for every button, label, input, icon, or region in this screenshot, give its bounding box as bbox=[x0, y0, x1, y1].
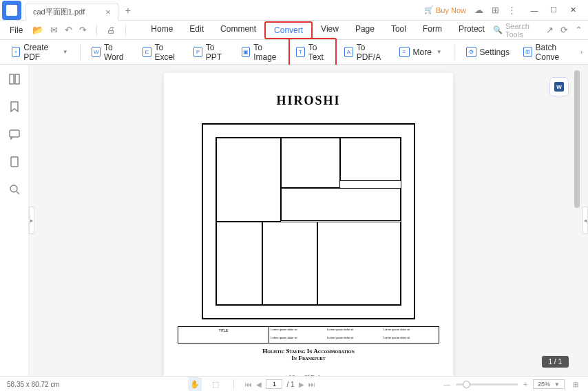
tab-edit[interactable]: Edit bbox=[181, 21, 212, 39]
dimensions-display: 58.35 x 80.72 cm bbox=[7, 381, 60, 388]
fit-page-icon[interactable]: ⊞ bbox=[570, 379, 581, 390]
thumbnails-icon[interactable] bbox=[8, 73, 21, 85]
open-icon[interactable]: 📂 bbox=[32, 25, 43, 35]
titlebar: cad平面图1.pdf × + 🛒 Buy Now ☁ ⊞ ⋮ — ☐ ✕ bbox=[0, 0, 588, 21]
batch-convert-button[interactable]: ⊞ Batch Conve bbox=[517, 39, 580, 65]
file-menu[interactable]: File bbox=[6, 25, 27, 35]
next-page-icon[interactable]: ▶ bbox=[299, 381, 304, 388]
tab-view[interactable]: View bbox=[313, 21, 347, 39]
bookmark-icon[interactable] bbox=[8, 101, 21, 113]
vertical-scrollbar[interactable] bbox=[574, 65, 580, 376]
tab-comment[interactable]: Comment bbox=[212, 21, 264, 39]
tab-form[interactable]: Form bbox=[414, 21, 450, 39]
page-total: / 1 bbox=[286, 381, 294, 388]
tab-page[interactable]: Page bbox=[347, 21, 383, 39]
document-subtitle-3: A Sense Of Darkness bbox=[178, 374, 439, 376]
statusbar: 58.35 x 80.72 cm ✋ ⬚ ⏮ ◀ / 1 ▶ ⏭ — + 25%… bbox=[0, 376, 588, 391]
print-icon[interactable]: 🖨 bbox=[107, 25, 116, 35]
excel-icon: E bbox=[143, 47, 151, 57]
svg-point-4 bbox=[10, 185, 17, 192]
zoom-display[interactable]: 25% ▼ bbox=[533, 379, 565, 389]
share-icon[interactable]: ↗ bbox=[546, 25, 554, 35]
left-sidebar bbox=[0, 65, 29, 376]
menubar: File 📂 ✉ ↶ ↷ 🖨 Home Edit Comment Convert… bbox=[0, 21, 588, 40]
ribbon: + Create PDF ▼ W To Word E To Excel P To… bbox=[0, 40, 588, 65]
zoom-slider[interactable] bbox=[456, 383, 518, 385]
to-pdfa-button[interactable]: A To PDF/A bbox=[338, 39, 391, 65]
hand-tool-icon[interactable]: ✋ bbox=[188, 377, 202, 391]
settings-button[interactable]: ⚙ Settings bbox=[460, 43, 516, 61]
document-title: HIROSHI bbox=[178, 94, 439, 108]
tab-convert[interactable]: Convert bbox=[264, 21, 313, 39]
document-tab[interactable]: cad平面图1.pdf × bbox=[25, 3, 118, 21]
sync-icon[interactable]: ⟳ bbox=[560, 25, 568, 35]
select-tool-icon[interactable]: ⬚ bbox=[209, 377, 222, 391]
cloud-icon[interactable]: ☁ bbox=[474, 5, 483, 15]
cart-icon: 🛒 bbox=[424, 6, 434, 14]
more-button[interactable]: ≡ More ▼ bbox=[393, 43, 448, 61]
buy-now-button[interactable]: 🛒 Buy Now bbox=[424, 6, 466, 14]
main-area: ▸ HIROSHI TITLE Lorem ipsum dolor sit bbox=[0, 65, 588, 376]
tab-protect[interactable]: Protect bbox=[450, 21, 493, 39]
add-tab-button[interactable]: + bbox=[125, 5, 131, 16]
first-page-icon[interactable]: ⏮ bbox=[245, 381, 252, 388]
left-sidebar-toggle[interactable]: ▸ bbox=[29, 207, 34, 234]
pdfa-icon: A bbox=[344, 47, 353, 57]
to-word-button[interactable]: W To Word bbox=[85, 39, 135, 65]
chevron-down-icon: ▼ bbox=[554, 381, 560, 388]
to-excel-button[interactable]: E To Excel bbox=[136, 39, 186, 65]
find-icon[interactable] bbox=[8, 183, 21, 196]
zoom-in-icon[interactable]: + bbox=[523, 381, 527, 388]
last-page-icon[interactable]: ⏭ bbox=[308, 381, 315, 388]
search-icon: 🔍 bbox=[493, 25, 503, 34]
word-icon: W bbox=[92, 47, 101, 57]
minimize-button[interactable]: — bbox=[525, 1, 544, 20]
create-pdf-button[interactable]: + Create PDF ▼ bbox=[6, 39, 74, 65]
right-sidebar-toggle[interactable]: ◂ bbox=[582, 207, 588, 234]
search-tools[interactable]: 🔍 Search Tools bbox=[493, 22, 539, 39]
to-ppt-button[interactable]: P To PPT bbox=[187, 39, 233, 65]
to-text-button[interactable]: T To Text bbox=[288, 38, 337, 67]
to-image-button[interactable]: ▣ To Image bbox=[235, 39, 288, 65]
chevron-down-icon: ▼ bbox=[63, 49, 68, 55]
mail-icon[interactable]: ✉ bbox=[50, 25, 58, 35]
more-icon[interactable]: ⋮ bbox=[507, 5, 516, 15]
svg-rect-0 bbox=[10, 74, 14, 84]
svg-rect-3 bbox=[11, 157, 18, 167]
svg-rect-2 bbox=[10, 130, 19, 137]
tab-tool[interactable]: Tool bbox=[383, 21, 414, 39]
export-word-badge[interactable]: W bbox=[549, 77, 569, 96]
text-icon: T bbox=[296, 47, 305, 57]
chevron-down-icon: ▼ bbox=[437, 49, 442, 55]
canvas-area[interactable]: ▸ HIROSHI TITLE Lorem ipsum dolor sit bbox=[29, 65, 588, 376]
app-logo bbox=[2, 1, 21, 20]
floorplan-drawing bbox=[202, 123, 415, 319]
tab-filename: cad平面图1.pdf bbox=[33, 7, 85, 17]
ppt-icon: P bbox=[193, 47, 202, 57]
maximize-button[interactable]: ☐ bbox=[544, 1, 563, 20]
image-icon: ▣ bbox=[242, 47, 251, 57]
create-pdf-icon: + bbox=[12, 47, 20, 57]
comment-icon[interactable] bbox=[8, 128, 21, 140]
document-page: HIROSHI TITLE Lorem ipsum dolor sit Lore… bbox=[164, 73, 453, 376]
page-input[interactable] bbox=[266, 379, 282, 389]
page-navigation: ⏮ ◀ / 1 ▶ ⏭ bbox=[245, 379, 315, 389]
attachment-icon[interactable] bbox=[8, 156, 21, 168]
gear-icon: ⚙ bbox=[466, 47, 476, 57]
page-indicator: 1 / 1 bbox=[542, 356, 569, 368]
redo-icon[interactable]: ↷ bbox=[79, 25, 87, 35]
tab-home[interactable]: Home bbox=[143, 21, 181, 39]
overflow-chevron-icon[interactable]: › bbox=[580, 48, 582, 56]
prev-page-icon[interactable]: ◀ bbox=[256, 381, 262, 388]
zoom-out-icon[interactable]: — bbox=[443, 381, 450, 388]
collapse-ribbon-icon[interactable]: ⌃ bbox=[575, 25, 582, 35]
app-menu-icon[interactable]: ⊞ bbox=[492, 5, 499, 15]
close-window-button[interactable]: ✕ bbox=[563, 1, 582, 20]
close-tab-icon[interactable]: × bbox=[105, 7, 111, 17]
floorplan-info-block: TITLE Lorem ipsum dolor sit Lorem ipsum … bbox=[178, 326, 439, 344]
more-lines-icon: ≡ bbox=[399, 47, 410, 57]
main-tabs: Home Edit Comment Convert View Page Tool… bbox=[143, 21, 493, 39]
batch-icon: ⊞ bbox=[523, 47, 532, 57]
undo-icon[interactable]: ↶ bbox=[65, 25, 72, 35]
document-subtitle-1: Holistic Staying In Accommodation bbox=[178, 348, 439, 355]
